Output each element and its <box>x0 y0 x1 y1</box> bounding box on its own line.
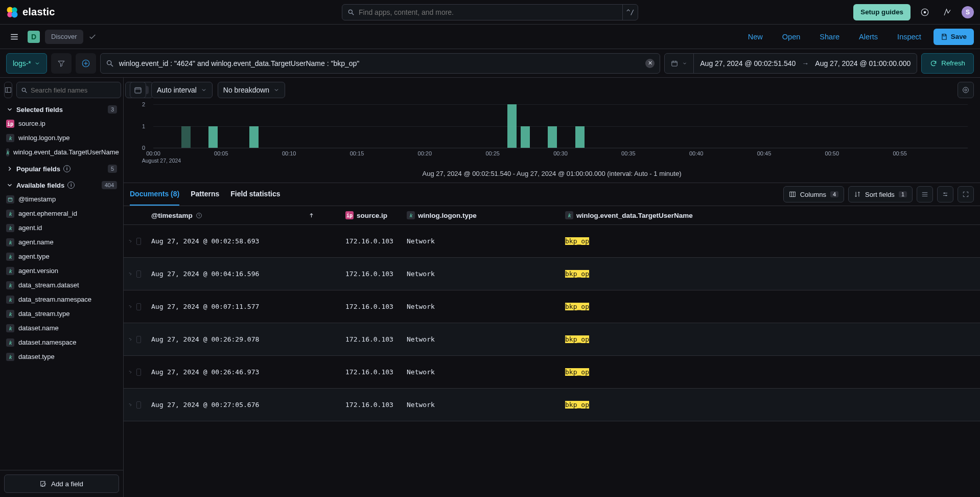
expand-icon[interactable] <box>129 238 132 244</box>
row-checkbox[interactable] <box>136 336 141 343</box>
field-item[interactable]: kdata_stream.dataset <box>4 278 119 292</box>
row-checkbox[interactable] <box>136 238 141 245</box>
section-selected-fields[interactable]: Selected fields 3 <box>4 100 119 117</box>
svg-rect-15 <box>8 198 12 201</box>
nav-toggle-button[interactable] <box>6 29 22 45</box>
svg-rect-20 <box>789 192 795 196</box>
chevron-down-icon <box>34 60 40 66</box>
histogram-bar[interactable] <box>548 126 557 148</box>
clear-query-button[interactable]: ✕ <box>645 59 655 68</box>
field-item[interactable]: kwinlog.logon.type <box>4 131 119 145</box>
field-item[interactable]: kwinlog.event_data.TargetUserName <box>4 145 119 160</box>
histogram-bar[interactable] <box>181 126 191 148</box>
table-row[interactable]: Aug 27, 2024 @ 00:04:16.596172.16.0.103N… <box>124 258 980 290</box>
global-search[interactable]: ^/ <box>342 4 638 20</box>
sort-asc-icon[interactable] <box>308 212 315 219</box>
elastic-logo[interactable]: elastic <box>6 6 55 18</box>
field-item[interactable]: kagent.ephemeral_id <box>4 207 119 221</box>
row-checkbox[interactable] <box>136 270 141 278</box>
interval-dropdown[interactable]: Auto interval <box>151 82 213 98</box>
user-avatar[interactable]: S <box>962 6 974 18</box>
data-view-picker[interactable]: logs-* <box>6 53 47 74</box>
expand-icon[interactable] <box>129 336 132 343</box>
section-available-fields[interactable]: Available fields i 404 <box>4 176 119 192</box>
table-row[interactable]: Aug 27, 2024 @ 00:02:58.693172.16.0.103N… <box>124 225 980 258</box>
field-item[interactable]: kdata_stream.namespace <box>4 292 119 307</box>
refresh-button[interactable]: Refresh <box>921 53 974 74</box>
field-item[interactable]: kdataset.namespace <box>4 335 119 350</box>
toggle-histogram-button[interactable] <box>130 82 146 98</box>
table-row[interactable]: Aug 27, 2024 @ 00:27:05.676172.16.0.103N… <box>124 389 980 421</box>
display-options-button[interactable] <box>917 186 933 202</box>
histogram-bar[interactable] <box>575 126 585 148</box>
field-search-input[interactable] <box>31 86 116 94</box>
field-item[interactable]: @timestamp <box>4 192 119 207</box>
table-row[interactable]: Aug 27, 2024 @ 00:07:11.577172.16.0.103N… <box>124 290 980 323</box>
info-icon[interactable]: i <box>67 182 75 189</box>
help-button[interactable] <box>917 4 933 20</box>
field-item[interactable]: kagent.version <box>4 264 119 278</box>
time-end[interactable]: Aug 27, 2024 @ 01:00:00.000 <box>809 54 917 73</box>
expand-icon[interactable] <box>129 369 132 375</box>
breakdown-label: No breakdown <box>223 86 269 94</box>
field-item[interactable]: kdata_stream.type <box>4 307 119 321</box>
keyword-icon: k <box>6 338 14 347</box>
expand-icon[interactable] <box>129 271 132 277</box>
section-popular-fields[interactable]: Popular fields i 5 <box>4 160 119 176</box>
sort-button[interactable]: Sort fields 1 <box>848 186 913 202</box>
table-row[interactable]: Aug 27, 2024 @ 00:26:29.078172.16.0.103N… <box>124 323 980 356</box>
tab-patterns[interactable]: Patterns <box>191 183 219 206</box>
histogram-bar[interactable] <box>208 126 218 148</box>
expand-icon[interactable] <box>129 304 132 310</box>
grid-settings-button[interactable] <box>937 186 953 202</box>
setup-guides-button[interactable]: Setup guides <box>853 4 911 20</box>
field-item[interactable]: kdataset.type <box>4 350 119 364</box>
col-timestamp[interactable]: @timestamp <box>146 206 340 225</box>
share-button[interactable]: Share <box>812 29 847 45</box>
row-checkbox[interactable] <box>136 369 141 376</box>
histogram-bar[interactable] <box>521 126 530 148</box>
histogram-chart[interactable]: 2 1 0 00:0000:0500:1000:1500:2000:2500:3… <box>124 102 980 168</box>
tab-field-stats[interactable]: Field statistics <box>230 183 280 206</box>
columns-button[interactable]: Columns 4 <box>783 186 844 202</box>
breakdown-dropdown[interactable]: No breakdown <box>218 82 285 98</box>
save-button[interactable]: Save <box>934 29 974 45</box>
alerts-button[interactable]: Alerts <box>852 29 885 45</box>
col-source-ip[interactable]: ipsource.ip <box>340 206 402 225</box>
time-start[interactable]: Aug 27, 2024 @ 00:02:51.540 <box>694 54 802 73</box>
document-grid[interactable]: @timestamp ipsource.ip kwinlog.logon.typ… <box>124 206 980 497</box>
breadcrumb-discover[interactable]: Discover <box>45 30 83 44</box>
kql-query-input[interactable] <box>119 59 640 67</box>
field-item[interactable]: kdataset.name <box>4 321 119 335</box>
col-logon-type[interactable]: kwinlog.logon.type <box>402 206 560 225</box>
global-search-input[interactable] <box>359 8 617 16</box>
kql-query-box[interactable]: ✕ <box>100 53 660 74</box>
save-visualization-button[interactable] <box>958 82 974 98</box>
table-row[interactable]: Aug 27, 2024 @ 00:26:46.973172.16.0.103N… <box>124 356 980 389</box>
info-icon[interactable]: i <box>63 165 71 172</box>
add-field-button[interactable]: Add a field <box>4 475 119 493</box>
svg-line-14 <box>25 91 27 93</box>
collapse-sidebar-button[interactable] <box>4 82 12 98</box>
filter-button[interactable] <box>51 53 72 74</box>
add-filter-button[interactable] <box>76 53 96 74</box>
expand-icon[interactable] <box>129 402 132 408</box>
col-target-user[interactable]: kwinlog.event_data.TargetUserName <box>560 206 980 225</box>
histogram-bar[interactable] <box>507 104 517 148</box>
time-picker-calendar-button[interactable] <box>665 54 694 73</box>
histogram-bar[interactable] <box>249 126 259 148</box>
field-item[interactable]: kagent.id <box>4 221 119 235</box>
new-button[interactable]: New <box>741 29 770 45</box>
field-item[interactable]: kagent.name <box>4 235 119 250</box>
fullscreen-button[interactable] <box>958 186 974 202</box>
open-button[interactable]: Open <box>775 29 807 45</box>
field-item[interactable]: kagent.type <box>4 250 119 264</box>
field-item[interactable]: ipsource.ip <box>4 117 119 131</box>
row-checkbox[interactable] <box>136 401 141 409</box>
field-search[interactable] <box>16 82 121 98</box>
time-picker[interactable]: Aug 27, 2024 @ 00:02:51.540 → Aug 27, 20… <box>664 53 917 74</box>
row-checkbox[interactable] <box>136 303 141 310</box>
inspect-button[interactable]: Inspect <box>890 29 928 45</box>
newsfeed-button[interactable] <box>939 4 955 20</box>
tab-documents[interactable]: Documents (8) <box>130 183 179 206</box>
